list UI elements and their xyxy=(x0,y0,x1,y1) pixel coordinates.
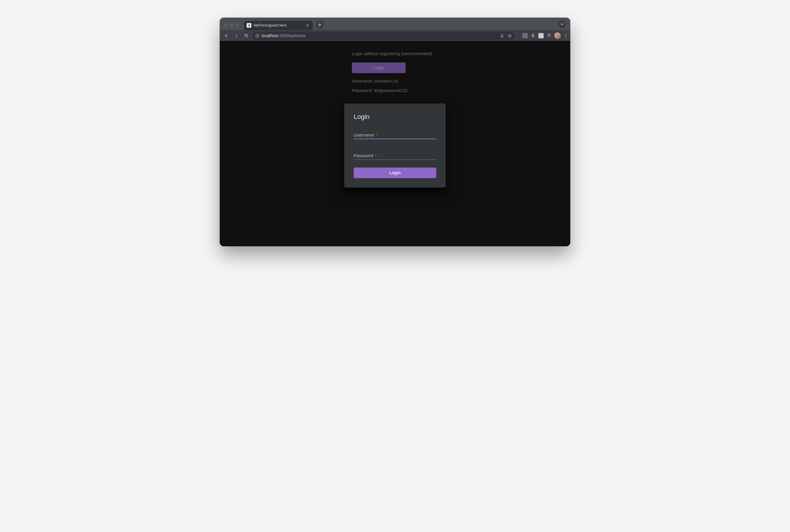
extension-mic-icon[interactable] xyxy=(531,33,535,38)
login-dialog: Login Username * Password * xyxy=(344,103,446,188)
svg-point-5 xyxy=(565,35,566,36)
nav-back-button[interactable] xyxy=(222,32,230,40)
extension-icon[interactable] xyxy=(523,33,528,38)
svg-point-6 xyxy=(565,36,566,37)
nav-reload-button[interactable] xyxy=(242,32,250,40)
dialog-title: Login xyxy=(354,113,436,120)
browser-tab[interactable]: A MyFlixAngularClient xyxy=(243,20,313,30)
extension-notion-icon[interactable] xyxy=(538,33,544,38)
username-field[interactable]: Username * xyxy=(354,126,436,139)
password-field[interactable]: Password * xyxy=(354,147,436,160)
svg-rect-3 xyxy=(532,34,534,36)
svg-point-4 xyxy=(565,34,566,35)
bookmark-star-icon[interactable] xyxy=(508,34,512,38)
tab-title: MyFlixAngularClient xyxy=(254,23,286,27)
new-tab-button[interactable] xyxy=(316,21,324,29)
tabs-dropdown-button[interactable] xyxy=(558,20,566,28)
password-input[interactable] xyxy=(354,153,436,159)
browser-toolbar: localhost:4200/welcome xyxy=(220,30,570,41)
login-submit-button[interactable]: Login xyxy=(354,168,436,178)
window-close-dot[interactable] xyxy=(224,24,227,27)
window-zoom-dot[interactable] xyxy=(236,24,239,27)
kebab-menu-icon[interactable] xyxy=(564,34,568,38)
address-bar[interactable]: localhost:4200/welcome xyxy=(252,32,515,40)
browser-window: A MyFlixAngularClient xyxy=(220,18,570,246)
nav-forward-button[interactable] xyxy=(232,32,240,40)
share-icon[interactable] xyxy=(500,34,504,38)
window-minimize-dot[interactable] xyxy=(230,24,233,27)
window-controls xyxy=(220,24,243,30)
svg-rect-1 xyxy=(257,35,257,37)
url-text: localhost:4200/welcome xyxy=(262,33,306,38)
url-path: :4200/welcome xyxy=(278,33,306,38)
username-input[interactable] xyxy=(354,132,436,139)
toolbar-extensions xyxy=(523,33,568,39)
modal-scrim[interactable]: Login Username * Password * xyxy=(220,41,570,246)
site-info-icon[interactable] xyxy=(255,34,259,38)
tab-favicon: A xyxy=(247,23,251,28)
svg-rect-2 xyxy=(257,35,257,35)
url-host: localhost xyxy=(262,33,278,38)
profile-avatar[interactable] xyxy=(554,33,561,39)
page-viewport: Login without registering (recommended) … xyxy=(220,41,570,246)
extensions-puzzle-icon[interactable] xyxy=(547,33,551,38)
tab-close-icon[interactable] xyxy=(305,23,310,28)
tab-strip: A MyFlixAngularClient xyxy=(220,18,570,30)
